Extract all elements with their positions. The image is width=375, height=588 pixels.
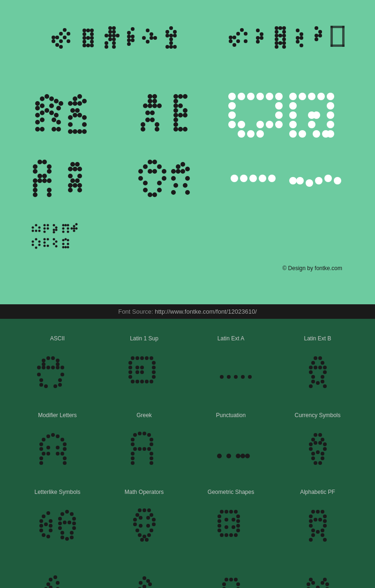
font-source-url[interactable]: http://www.fontke.com/font/12023610/ [155,308,257,315]
grid-item-ascii[interactable]: ASCII [14,328,101,405]
svg-point-401 [323,384,327,388]
svg-point-155 [145,110,150,115]
svg-point-301 [53,231,55,233]
svg-point-91 [296,29,300,32]
svg-point-203 [327,102,334,110]
svg-point-44 [127,42,131,46]
grid-item-modifierletters[interactable]: Modifier Letters [14,405,101,482]
svg-point-483 [60,531,64,535]
svg-point-446 [311,438,315,441]
svg-point-499 [146,524,150,528]
svg-point-83 [282,34,286,37]
svg-point-186 [275,102,283,110]
svg-point-504 [142,535,146,538]
svg-point-284 [324,175,332,182]
svg-point-340 [51,356,55,360]
svg-point-12 [86,29,90,32]
svg-point-161 [141,127,145,132]
svg-point-93 [296,36,300,40]
svg-point-19 [82,40,86,44]
svg-point-63 [236,32,240,36]
grid-item-currencysymbols[interactable]: Currency Symbols [274,405,361,482]
svg-point-149 [148,99,152,103]
svg-point-355 [44,384,48,388]
svg-point-60 [169,45,173,49]
svg-point-500 [152,522,156,526]
svg-point-6 [52,36,55,39]
svg-point-533 [309,519,313,523]
grid-image-latinextB [290,349,346,396]
svg-point-453 [323,447,327,451]
svg-point-393 [309,370,313,374]
svg-point-236 [73,167,77,171]
svg-point-13 [90,29,94,32]
grid-item-latinextA[interactable]: Latin Ext A [188,328,274,405]
grid-item-punctuation[interactable]: Punctuation [188,405,274,482]
svg-point-48 [146,40,150,44]
svg-point-447 [321,438,324,441]
svg-point-524 [220,533,224,537]
svg-point-417 [39,456,43,460]
grid-item-row4c[interactable] [188,559,274,588]
grid-item-latinextB[interactable]: Latin Ext B [274,328,361,405]
svg-point-260 [157,188,162,192]
svg-point-17 [86,36,90,40]
svg-point-380 [220,375,224,379]
grid-item-alphabeticpf[interactable]: Alphabetic PF [274,482,361,559]
svg-point-71 [256,29,260,32]
svg-point-547 [53,575,57,579]
svg-point-122 [40,118,45,122]
grid-image-greek [116,426,172,472]
svg-point-437 [131,461,135,465]
svg-point-153 [152,103,157,108]
grid-item-row4d[interactable] [274,559,361,588]
svg-point-485 [60,536,64,539]
svg-point-362 [150,356,153,360]
svg-point-125 [35,127,40,132]
svg-point-583 [222,582,226,586]
svg-point-471 [46,535,50,538]
svg-point-195 [247,130,255,138]
svg-point-297 [53,224,55,226]
svg-point-344 [37,366,41,369]
grid-item-row4b[interactable] [101,559,188,588]
svg-point-379 [150,380,153,383]
svg-point-255 [138,176,143,181]
svg-point-364 [152,361,156,365]
svg-point-35 [112,41,116,45]
svg-point-532 [323,514,327,518]
svg-point-494 [139,516,142,520]
svg-point-51 [169,26,173,30]
svg-point-404 [51,433,55,437]
svg-point-95 [296,40,300,44]
svg-point-235 [68,167,73,171]
grid-item-geometricshapes[interactable]: Geometric Shapes [188,482,274,559]
grid-item-greek[interactable]: Greek [101,405,188,482]
grid-item-mathoperators[interactable]: Math Operators [101,482,188,559]
grid-item-row4a[interactable] [14,559,101,588]
svg-point-454 [311,452,315,456]
svg-point-338 [42,359,45,362]
svg-point-430 [138,447,142,451]
svg-point-7 [63,36,67,39]
svg-point-234 [75,162,80,167]
svg-point-439 [217,454,222,458]
svg-point-388 [321,361,324,365]
svg-point-207 [327,111,334,119]
grid-image-row4c [203,573,259,588]
svg-point-216 [33,164,38,169]
svg-point-604 [325,582,329,586]
grid-item-latin1sup[interactable]: Latin 1 Sup [101,328,188,405]
svg-point-118 [45,108,49,113]
svg-point-281 [296,177,304,184]
svg-point-479 [68,521,71,524]
svg-point-478 [63,521,67,524]
font-source-label: Font Source: [118,308,153,315]
svg-rect-105 [342,26,345,47]
svg-point-373 [128,375,132,379]
grid-item-letterlikesymbols[interactable]: Letterlike Symbols [14,482,101,559]
svg-point-442 [240,454,245,458]
svg-point-405 [56,434,60,438]
svg-point-272 [183,183,188,188]
svg-point-402 [42,438,45,441]
